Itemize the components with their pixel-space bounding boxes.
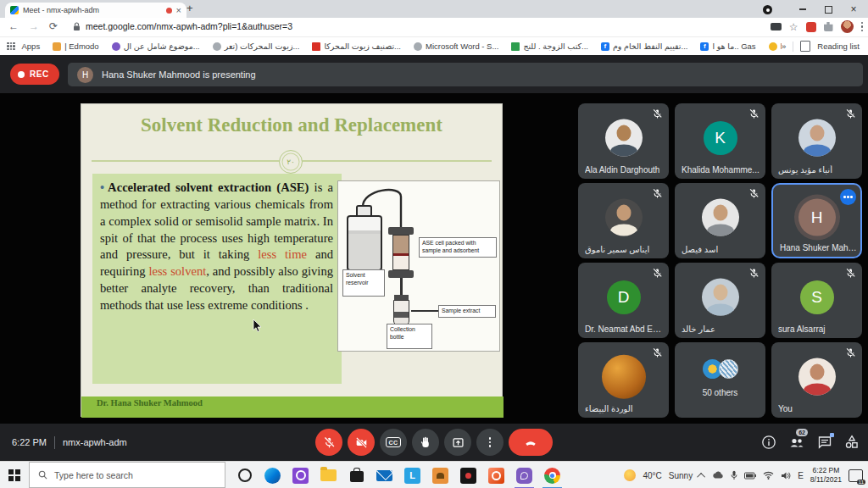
window-maximize-button[interactable] — [819, 3, 837, 15]
taskbar-search[interactable]: Type here to search — [29, 462, 225, 488]
bookmark-item[interactable]: كتب الزوجة . للنج... — [511, 42, 588, 51]
participants-count-badge: 62 — [796, 429, 808, 436]
volume-icon[interactable] — [781, 471, 791, 480]
raise-hand-button[interactable] — [412, 429, 439, 456]
present-screen-icon — [452, 436, 465, 449]
new-tab-button[interactable]: + — [186, 2, 193, 14]
taskbar-app-mail[interactable] — [370, 462, 398, 488]
tab-title: Meet - nmx-apwh-adm — [23, 6, 162, 14]
taskbar-clock[interactable]: 6:22 PM 8/11/2021 — [810, 466, 842, 485]
presenting-banner: H Hana Shuker Mahmood is presenting — [68, 63, 863, 86]
bookmark-item[interactable]: تصنيف زيوت المحركا... — [312, 42, 401, 51]
profile-avatar[interactable] — [841, 20, 854, 33]
participant-tile[interactable]: HHana Shuker Mahm... — [771, 183, 862, 258]
participant-name: الوردة البيضاء — [585, 404, 633, 413]
back-icon[interactable]: ← — [8, 20, 19, 32]
apps-shortcut[interactable]: Apps — [7, 42, 40, 51]
action-center-icon[interactable]: 11 — [849, 469, 863, 482]
l-app-icon: L — [404, 468, 420, 484]
avatar — [602, 354, 646, 398]
bookmarks-overflow-icon[interactable]: » — [782, 42, 786, 51]
window-minimize-button[interactable] — [793, 3, 812, 15]
start-button[interactable] — [0, 462, 29, 488]
participant-tile[interactable]: KKhalida Mohamme... — [675, 103, 765, 179]
chat-button[interactable] — [817, 435, 832, 450]
participant-tile[interactable]: ايناس سمير ناموق — [578, 183, 669, 258]
omnibox[interactable]: meet.google.com/nmx-apwh-adm?pli=1&authu… — [73, 21, 292, 31]
store-icon — [350, 471, 364, 482]
present-screen-button[interactable] — [444, 429, 471, 456]
media-indicator-icon[interactable] — [771, 23, 782, 30]
window-close-button[interactable]: × — [844, 3, 863, 15]
taskbar-app-viber[interactable] — [510, 462, 538, 488]
taskbar-app-office[interactable] — [482, 462, 510, 488]
flag-icon — [312, 42, 320, 51]
leave-call-button[interactable] — [509, 429, 553, 456]
taskbar-app-cortana[interactable] — [231, 462, 259, 488]
mic-muted-icon — [845, 347, 856, 358]
weather-temp[interactable]: 40°C — [643, 471, 661, 480]
bookmark-item[interactable]: زيوت المحركات (تعر... — [213, 42, 300, 51]
avatar — [702, 278, 739, 315]
participant-tile[interactable]: Ssura Alsarraj — [771, 263, 862, 338]
participant-name: Khalida Mohamme... — [682, 165, 760, 175]
adblock-extension-icon[interactable] — [806, 22, 816, 32]
camera-off-button[interactable] — [348, 429, 375, 456]
language-indicator[interactable]: E — [798, 471, 804, 480]
mic-muted-icon — [845, 108, 856, 119]
forward-icon[interactable]: → — [29, 20, 39, 32]
bookmark-item[interactable]: | Edmodo — [53, 42, 99, 51]
taskbar-app-line[interactable]: L — [398, 462, 426, 488]
taskbar-app-file-explorer[interactable] — [314, 462, 342, 488]
taskbar-app-media[interactable] — [454, 462, 482, 488]
reading-list-label[interactable]: Reading list — [817, 42, 860, 51]
browser-menu-icon[interactable] — [861, 22, 864, 32]
tray-mic-icon[interactable] — [731, 470, 737, 480]
refresh-icon[interactable]: ⟳ — [49, 20, 58, 32]
battery-icon[interactable] — [744, 472, 756, 480]
search-placeholder: Type here to search — [54, 470, 133, 480]
taskbar-app-app-purple[interactable] — [287, 462, 314, 488]
taskbar-app-edge[interactable] — [259, 462, 287, 488]
captions-button[interactable]: CC — [380, 429, 407, 456]
more-options-button[interactable] — [476, 429, 504, 456]
taskbar-app-chrome[interactable] — [538, 462, 566, 488]
bookmark-item[interactable]: fما هو ا.. Gas — [700, 42, 755, 51]
browser-tab[interactable]: Meet - nmx-apwh-adm × — [5, 3, 186, 18]
meeting-details-icon[interactable] — [761, 435, 776, 450]
bookmark-star-icon[interactable]: ☆ — [789, 22, 798, 32]
participant-name: sura Alsarraj — [778, 324, 826, 334]
participant-tile[interactable]: You — [771, 342, 862, 418]
bookmark-item[interactable]: بتاع ال - ما هو ا.. — [769, 42, 782, 51]
ase-diagram: ASE cell packed with sample and adsorben… — [337, 180, 500, 352]
taskbar-app-store[interactable] — [342, 462, 370, 488]
wifi-icon[interactable] — [763, 471, 774, 480]
tray-expand-icon[interactable] — [697, 472, 705, 480]
participant-tile[interactable]: اسد فيصل — [675, 183, 765, 258]
label-collection-bottle: Collection bottle — [387, 324, 432, 349]
bookmark-item[interactable]: موضوع شامل عن ال... — [112, 42, 200, 51]
participant-tile[interactable]: Ala Aldin Darghouth — [578, 103, 669, 179]
participant-name: أنباء مؤيد يونس — [778, 165, 832, 175]
participant-tile[interactable]: الوردة البيضاء — [578, 342, 669, 418]
taskbar-app-people[interactable] — [426, 462, 454, 488]
meet-top-banner: REC H Hana Shuker Mahmood is presenting — [0, 55, 868, 93]
participant-tile[interactable]: DDr. Neamat Abd El-... — [578, 263, 669, 338]
extensions-puzzle-icon[interactable] — [824, 22, 833, 31]
tile-more-options-icon[interactable] — [840, 189, 856, 205]
participant-tile[interactable]: 50 others — [675, 342, 765, 418]
onedrive-cloud-icon[interactable] — [712, 471, 724, 480]
weather-condition[interactable]: Sunny — [669, 471, 693, 480]
bookmark-item[interactable]: Microsoft Word - S... — [414, 42, 498, 51]
mic-off-button[interactable] — [315, 429, 342, 456]
participant-tile[interactable]: عمار خالد — [675, 263, 765, 338]
mic-muted-icon — [652, 188, 663, 199]
tab-close-icon[interactable]: × — [176, 6, 181, 14]
participant-tile[interactable]: أنباء مؤيد يونس — [771, 103, 862, 179]
participants-button[interactable]: 62 — [788, 435, 805, 450]
weather-sun-icon[interactable] — [624, 469, 636, 481]
bookmark-item[interactable]: fتقييم النفط الخام وم... — [601, 42, 687, 51]
activities-icon[interactable] — [844, 435, 860, 450]
avatar: K — [704, 121, 737, 155]
participant-name: اسد فيصل — [682, 245, 718, 254]
